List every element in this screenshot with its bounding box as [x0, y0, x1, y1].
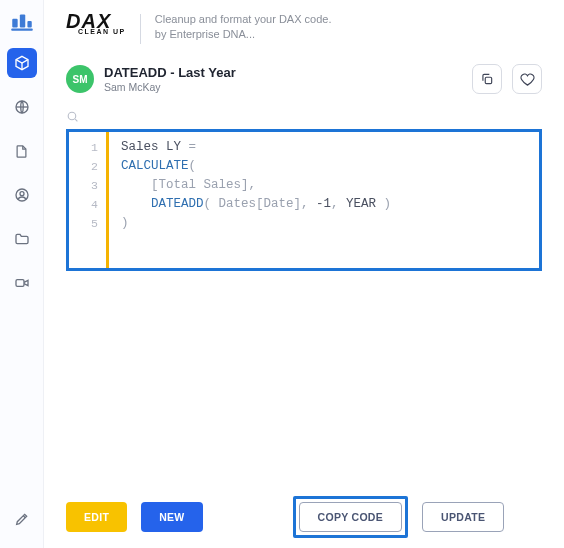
svg-rect-7	[16, 280, 24, 287]
svg-point-9	[68, 112, 76, 120]
sidebar	[0, 0, 44, 548]
new-button[interactable]: NEW	[141, 502, 202, 532]
tagline-line-1: Cleanup and format your DAX code.	[155, 12, 332, 27]
brand-block: DAX CLEAN UP	[66, 12, 126, 35]
app-logo-icon	[9, 8, 35, 34]
svg-rect-3	[11, 29, 33, 31]
svg-rect-8	[485, 77, 491, 83]
favorite-button[interactable]	[512, 64, 542, 94]
update-button[interactable]: UPDATE	[422, 502, 504, 532]
line-number: 1	[91, 138, 98, 157]
document-title: DATEADD - Last Year	[104, 65, 236, 80]
nav-item-document[interactable]	[7, 136, 37, 166]
document-row: SM DATEADD - Last Year Sam McKay	[66, 64, 542, 94]
brand-subtitle: CLEAN UP	[78, 28, 126, 35]
search-icon[interactable]	[66, 110, 542, 123]
main-panel: DAX CLEAN UP Cleanup and format your DAX…	[44, 0, 564, 548]
document-meta: DATEADD - Last Year Sam McKay	[104, 65, 236, 93]
copy-doc-button[interactable]	[472, 64, 502, 94]
code-editor[interactable]: 1 2 3 4 5 Sales LY = CALCULATE( [Total S…	[66, 129, 542, 271]
nav-item-folder[interactable]	[7, 224, 37, 254]
line-number: 4	[91, 195, 98, 214]
copy-code-button[interactable]: COPY CODE	[299, 502, 403, 532]
header-divider	[140, 14, 141, 44]
avatar: SM	[66, 65, 94, 93]
svg-rect-0	[12, 19, 17, 28]
nav-item-pencil[interactable]	[7, 504, 37, 534]
svg-rect-2	[27, 21, 31, 28]
nav-item-globe[interactable]	[7, 92, 37, 122]
header: DAX CLEAN UP Cleanup and format your DAX…	[66, 12, 542, 44]
line-number: 5	[91, 214, 98, 233]
copy-highlight: COPY CODE	[293, 496, 409, 538]
tagline-line-2: by Enterprise DNA...	[155, 27, 332, 42]
line-number: 3	[91, 176, 98, 195]
svg-rect-1	[19, 15, 24, 28]
document-author: Sam McKay	[104, 81, 236, 93]
bottom-bar: EDIT NEW COPY CODE UPDATE	[44, 496, 564, 538]
edit-button[interactable]: EDIT	[66, 502, 127, 532]
nav-item-video[interactable]	[7, 268, 37, 298]
nav-item-cube[interactable]	[7, 48, 37, 78]
line-number: 2	[91, 157, 98, 176]
line-gutter: 1 2 3 4 5	[69, 132, 109, 268]
svg-point-6	[20, 192, 24, 196]
tagline: Cleanup and format your DAX code. by Ent…	[155, 12, 332, 42]
code-area[interactable]: Sales LY = CALCULATE( [Total Sales], DAT…	[109, 132, 539, 268]
nav-item-user[interactable]	[7, 180, 37, 210]
